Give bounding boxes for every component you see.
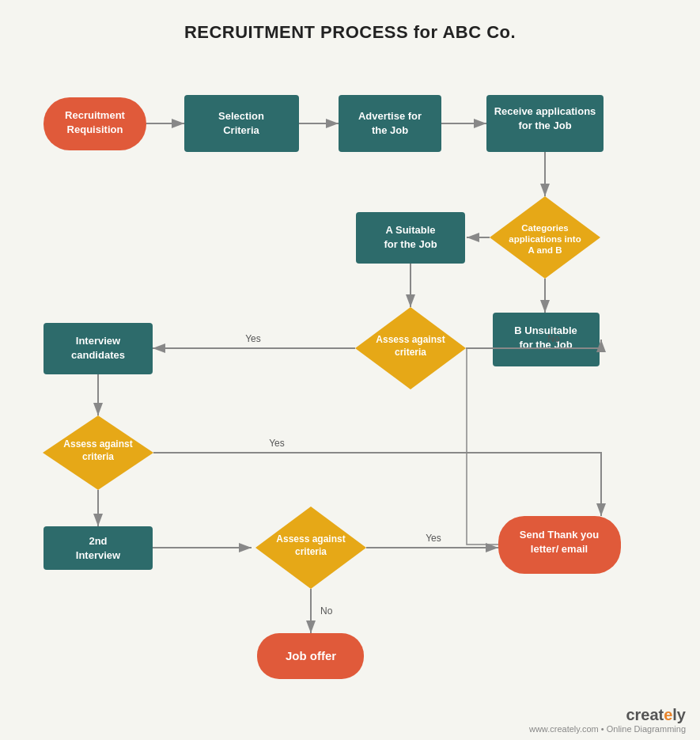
no1-label: No [547,333,560,344]
selection-criteria-node [184,95,299,152]
svg-text:Interview: Interview [76,335,121,347]
svg-text:criteria: criteria [395,347,426,358]
svg-text:criteria: criteria [82,451,114,462]
svg-text:Requisition: Requisition [67,123,123,135]
arrow-sendthank-loop [467,348,498,545]
advertise-job-node [339,95,441,152]
svg-text:Categories: Categories [521,223,568,233]
brand-name: creately [529,706,686,724]
svg-text:Selection: Selection [218,110,264,122]
svg-line-28 [466,348,467,349]
svg-text:for the Job: for the Job [384,238,437,250]
svg-text:Receive applications: Receive applications [494,105,596,117]
svg-text:for the Job: for the Job [518,120,571,131]
svg-text:A and B: A and B [528,245,562,255]
brand-accent: e [664,706,672,723]
yes3-label: Yes [426,533,441,544]
svg-text:applications into: applications into [509,234,581,244]
svg-text:criteria: criteria [295,546,327,557]
svg-text:Criteria: Criteria [223,124,259,136]
svg-text:Assess against: Assess against [63,438,132,450]
arrow-assess2-yes-sendthank [411,453,601,516]
svg-text:Send Thank you: Send Thank you [520,529,599,541]
svg-text:candidates: candidates [71,349,125,361]
footer: creately www.creately.com • Online Diagr… [529,706,686,734]
yes2-label: Yes [269,438,285,449]
svg-text:A Suitable: A Suitable [385,224,435,236]
svg-text:Assess against: Assess against [276,533,345,545]
svg-text:the Job: the Job [372,124,408,136]
svg-text:Interview: Interview [76,549,121,561]
svg-text:Advertise for: Advertise for [358,110,422,122]
svg-text:B Unsuitable: B Unsuitable [514,324,577,336]
second-interview-node [44,526,153,570]
page: RECRUITMENT PROCESS for ABC Co. Recruitm… [0,0,700,740]
yes1-label: Yes [245,333,261,344]
brand-url: www.creately.com • Online Diagramming [529,724,686,734]
svg-text:Assess against: Assess against [376,334,445,345]
svg-text:letter/ email: letter/ email [531,543,588,555]
no2-label: No [320,605,333,617]
svg-text:Job offer: Job offer [286,649,336,662]
recruitment-requisition-label: Recruitment [65,109,126,121]
svg-text:2nd: 2nd [89,535,107,547]
